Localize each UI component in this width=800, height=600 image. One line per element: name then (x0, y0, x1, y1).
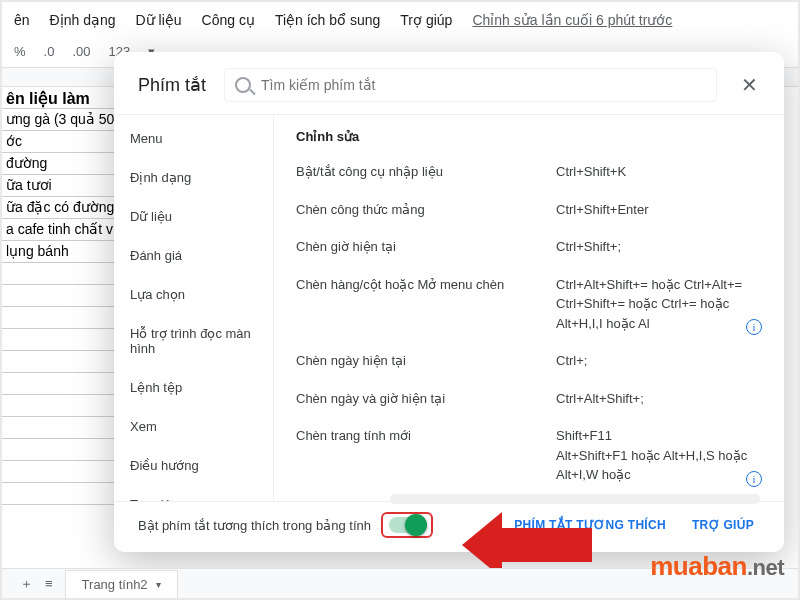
menu-item-3[interactable]: Công cụ (194, 8, 263, 32)
shortcut-row: Bật/tắt công cụ nhập liệuCtrl+Shift+K (294, 156, 784, 194)
sidebar-item-help[interactable]: Trợ giúp (114, 485, 273, 501)
compat-toggle[interactable] (389, 517, 425, 533)
shortcut-row: Chèn giờ hiện tạiCtrl+Shift+; (294, 231, 784, 269)
decrease-decimal-button[interactable]: .0 (40, 42, 59, 61)
section-title-edit: Chỉnh sửa (294, 119, 784, 156)
menu-item-0[interactable]: ên (6, 8, 38, 32)
shortcut-row: Chèn ngày hiện tạiCtrl+; (294, 345, 784, 383)
horizontal-scrollbar[interactable] (390, 494, 760, 504)
info-icon[interactable]: i (746, 319, 762, 335)
menu-item-4[interactable]: Tiện ích bổ sung (267, 8, 388, 32)
sidebar-item-nav[interactable]: Điều hướng (114, 446, 273, 485)
dialog-title: Phím tắt (138, 74, 206, 96)
sidebar-item-screenreader[interactable]: Hỗ trợ trình đọc màn hình (114, 314, 273, 368)
shortcut-row: Chèn ngày và giờ hiện tạiCtrl+Alt+Shift+… (294, 383, 784, 421)
menu-item-1[interactable]: Định dạng (42, 8, 124, 32)
sidebar-item-file[interactable]: Lệnh tệp (114, 368, 273, 407)
menu-item-5[interactable]: Trợ giúp (392, 8, 460, 32)
sidebar-item-menu[interactable]: Menu (114, 119, 273, 158)
sheet-tab[interactable]: Trang tính2 ▾ (65, 570, 178, 598)
menu-bar: ên Định dạng Dữ liệu Công cụ Tiện ích bổ… (2, 2, 798, 38)
shortcut-content: Chỉnh sửa Bật/tắt công cụ nhập liệuCtrl+… (274, 115, 784, 501)
last-edit-link[interactable]: Chỉnh sửa lần cuối 6 phút trước (464, 8, 680, 32)
sidebar-item-view[interactable]: Xem (114, 407, 273, 446)
toggle-knob (405, 514, 427, 536)
search-wrapper[interactable] (224, 68, 717, 102)
all-sheets-button[interactable]: ≡ (45, 576, 53, 591)
shortcuts-dialog: Phím tắt ✕ Menu Định dạng Dữ liệu Đánh g… (114, 52, 784, 552)
menu-item-2[interactable]: Dữ liệu (128, 8, 190, 32)
compat-toggle-label: Bật phím tắt tương thích trong bảng tính (138, 518, 371, 533)
info-icon[interactable]: i (746, 471, 762, 487)
percent-format-button[interactable]: % (10, 42, 30, 61)
add-sheet-button[interactable]: ＋ (20, 575, 33, 593)
sheet-tab-label: Trang tính2 (82, 577, 148, 592)
annotation-highlight (381, 512, 433, 538)
shortcut-row: Chèn công thức mảngCtrl+Shift+Enter (294, 194, 784, 232)
increase-decimal-button[interactable]: .00 (68, 42, 94, 61)
search-icon (235, 77, 251, 93)
search-input[interactable] (261, 77, 706, 93)
sidebar-item-format[interactable]: Định dạng (114, 158, 273, 197)
close-button[interactable]: ✕ (735, 69, 764, 101)
sidebar-item-review[interactable]: Đánh giá (114, 236, 273, 275)
sidebar-item-selection[interactable]: Lựa chọn (114, 275, 273, 314)
sidebar-item-data[interactable]: Dữ liệu (114, 197, 273, 236)
chevron-down-icon: ▾ (156, 579, 161, 590)
watermark: muaban.net (650, 551, 784, 582)
shortcut-row: Chèn trang tính mớiShift+F11 Alt+Shift+F… (294, 420, 784, 497)
help-link[interactable]: Trợ giúp (684, 512, 762, 538)
category-sidebar: Menu Định dạng Dữ liệu Đánh giá Lựa chọn… (114, 115, 274, 501)
shortcut-row: Chèn hàng/cột hoặc Mở menu chènCtrl+Alt+… (294, 269, 784, 346)
